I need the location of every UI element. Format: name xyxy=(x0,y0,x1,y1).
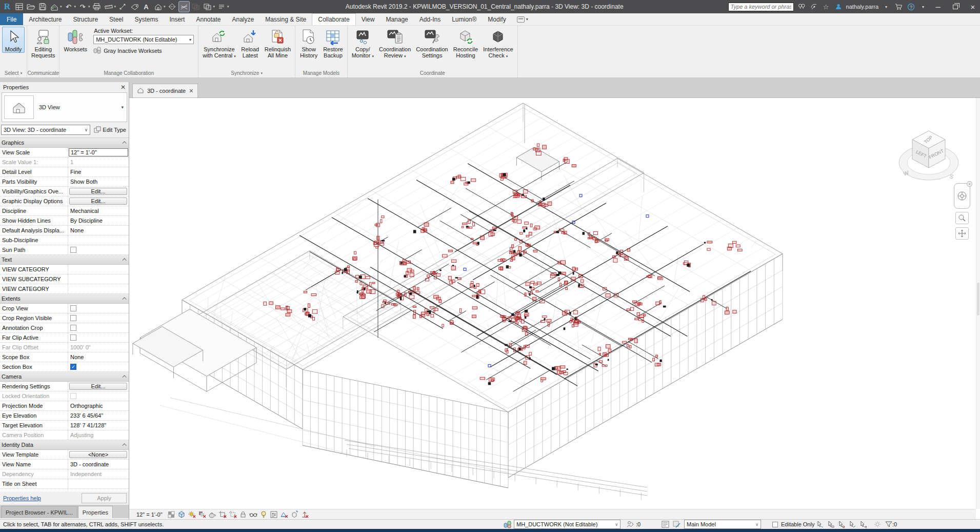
copy-monitor-dropdown-arrow[interactable]: ▾ xyxy=(372,54,374,58)
property-checkbox[interactable] xyxy=(70,393,76,399)
ribbon-tab-collaborate[interactable]: Collaborate xyxy=(312,13,355,25)
property-value[interactable]: 1000' 0" xyxy=(68,343,129,352)
property-value[interactable]: Show Both xyxy=(68,177,129,186)
editable-only-checkbox[interactable] xyxy=(772,520,778,529)
user-menu-caret-icon[interactable]: ▾ xyxy=(882,2,891,11)
view-scale-control[interactable]: 12" = 1'-0" xyxy=(136,511,163,518)
help-menu-caret-icon[interactable]: ▾ xyxy=(918,2,928,11)
synchronize-with-central-button[interactable]: Synchronize with Central ▾ xyxy=(201,27,238,60)
design-options-edit-icon[interactable] xyxy=(673,520,681,529)
restore-button[interactable] xyxy=(948,1,963,13)
revit-logo-icon[interactable]: R xyxy=(2,2,12,12)
minimize-button[interactable]: ─ xyxy=(931,1,945,13)
panel-title-select[interactable]: Select▾ xyxy=(0,69,27,77)
sync-with-central-icon[interactable] xyxy=(49,2,59,12)
ribbon-tab-lumion[interactable]: Lumion® xyxy=(446,13,482,25)
tag-by-category-icon[interactable] xyxy=(129,2,139,12)
property-checkbox[interactable] xyxy=(70,247,76,253)
property-edit-button[interactable]: Edit... xyxy=(69,383,127,390)
analytical-model-icon[interactable] xyxy=(280,510,289,519)
property-value[interactable]: Edit... xyxy=(68,187,129,196)
property-value[interactable]: 1 xyxy=(68,157,129,167)
ribbon-tab-structure[interactable]: Structure xyxy=(67,13,104,25)
save-icon[interactable] xyxy=(37,2,48,12)
property-value[interactable]: View "3D View: 3D - co... xyxy=(68,489,129,491)
copy-monitor-button[interactable]: Copy/ Monitor ▾ xyxy=(350,27,376,60)
worksets-button[interactable]: Worksets xyxy=(62,27,89,53)
search-input[interactable] xyxy=(728,3,794,11)
apply-button[interactable]: Apply xyxy=(82,493,127,503)
vertical-scrollbar[interactable] xyxy=(976,98,980,509)
property-value[interactable]: None xyxy=(68,352,129,362)
property-edit-button[interactable]: <None> xyxy=(69,451,127,458)
reconcile-hosting-button[interactable]: Reconcile Hosting xyxy=(451,27,480,59)
tab-project-browser[interactable]: Project Browser - KPWIL... xyxy=(1,506,77,518)
viewcube[interactable]: W S TOP LEFT FRONT xyxy=(896,125,973,185)
sync-with-central-dropdown-icon[interactable]: ▾ xyxy=(60,5,62,9)
coordination-settings-button[interactable]: Coordination Settings xyxy=(414,27,450,59)
select-pinned-icon[interactable] xyxy=(837,520,846,528)
active-workset-status-dropdown[interactable]: MH_DUCTWORK (Not Editable)∨ xyxy=(514,520,621,529)
close-inactive-views-icon[interactable] xyxy=(191,2,201,12)
ribbon-tab-insert[interactable]: Insert xyxy=(164,13,190,25)
property-edit-button[interactable]: Edit... xyxy=(69,188,127,195)
ribbon-tab-analyze[interactable]: Analyze xyxy=(227,13,260,25)
app-store-cart-icon[interactable] xyxy=(894,2,903,11)
property-edit-button[interactable]: Edit... xyxy=(69,198,127,205)
property-value[interactable] xyxy=(68,304,129,313)
reveal-hidden-elements-icon[interactable] xyxy=(259,510,268,519)
section-header-camera[interactable]: Camera xyxy=(0,372,129,382)
property-value[interactable]: Independent xyxy=(68,469,129,479)
property-value[interactable]: Adjusting xyxy=(68,430,129,440)
property-value[interactable]: 3D - coordinate xyxy=(68,460,129,469)
print-icon[interactable] xyxy=(92,2,102,12)
show-history-button[interactable]: Show History xyxy=(297,27,320,59)
property-checkbox[interactable] xyxy=(70,315,76,321)
undo-dropdown-icon[interactable]: ▾ xyxy=(74,5,76,9)
temporary-hide-isolate-icon[interactable] xyxy=(249,510,258,519)
property-value[interactable] xyxy=(68,284,129,293)
section-icon[interactable] xyxy=(167,2,177,12)
measure-icon[interactable] xyxy=(104,2,114,12)
aligned-dimension-icon[interactable] xyxy=(117,2,128,12)
switch-windows-dropdown-icon[interactable]: ▾ xyxy=(213,5,215,9)
thin-lines-icon[interactable] xyxy=(179,2,189,12)
switch-windows-icon[interactable] xyxy=(203,2,213,12)
ribbon-minimize-caret-icon[interactable]: ▾ xyxy=(526,17,528,22)
reveal-constraints-icon[interactable] xyxy=(301,510,309,519)
property-value[interactable] xyxy=(68,235,129,245)
tab-properties[interactable]: Properties xyxy=(78,506,113,518)
customize-qat-dropdown-icon[interactable]: ▾ xyxy=(227,5,229,9)
drag-on-selection-icon[interactable] xyxy=(858,520,868,528)
property-value[interactable]: Edit... xyxy=(68,196,129,206)
property-checkbox[interactable] xyxy=(70,305,76,311)
property-value[interactable]: 233' 6 45/64" xyxy=(68,411,129,420)
property-value[interactable] xyxy=(68,313,129,323)
section-header-extents[interactable]: Extents xyxy=(0,294,129,304)
type-selector[interactable]: 3D View ▾ xyxy=(2,92,127,122)
property-value[interactable]: Mechanical xyxy=(68,206,129,215)
design-option-dropdown[interactable]: Main Model∨ xyxy=(684,520,761,529)
property-value[interactable] xyxy=(68,274,129,284)
visual-style-icon[interactable] xyxy=(177,510,186,519)
element-selector-dropdown[interactable]: 3D View: 3D - coordinate∨ xyxy=(1,125,90,135)
property-value[interactable]: None xyxy=(68,226,129,235)
ribbon-tab-add-ins[interactable]: Add-Ins xyxy=(414,13,446,25)
panel-title-synchronize[interactable]: Synchronize▾ xyxy=(198,69,295,77)
steering-wheel-button[interactable]: × xyxy=(954,183,970,209)
shadows-icon[interactable] xyxy=(198,510,207,519)
property-checkbox[interactable] xyxy=(70,334,76,341)
relinquish-all-mine-button[interactable]: Relinquish All Mine xyxy=(263,27,293,59)
coordination-review-button[interactable]: Coordination Review ▾ xyxy=(377,27,413,60)
restore-backup-button[interactable]: Restore Backup xyxy=(321,27,345,59)
editing-requests-button[interactable]: Editing Requests xyxy=(29,27,57,59)
redo-icon[interactable]: ↷ xyxy=(77,2,88,12)
search-icon[interactable] xyxy=(797,2,806,11)
property-value[interactable]: Edit... xyxy=(68,382,129,391)
zoom-button[interactable] xyxy=(955,212,969,224)
property-value[interactable]: Fine xyxy=(68,167,129,176)
property-checkbox[interactable]: ✓ xyxy=(70,364,76,370)
select-links-icon[interactable] xyxy=(815,520,825,528)
property-value[interactable] xyxy=(68,265,129,274)
section-header-identity-data[interactable]: Identity Data xyxy=(0,440,129,450)
